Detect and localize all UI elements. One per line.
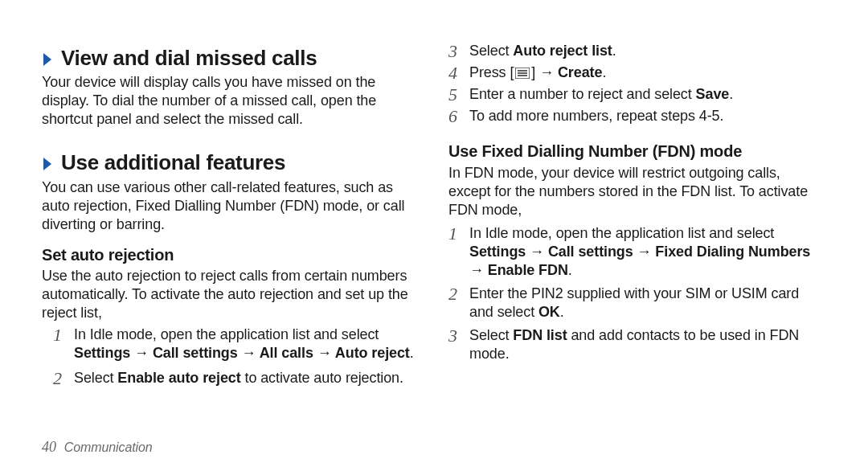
page-number: 40 <box>42 438 56 457</box>
step-4: 4 Press [] → Create. <box>448 63 826 82</box>
step-6: 6 To add more numbers, repeat steps 4-5. <box>448 107 826 125</box>
page-footer: 40 Communication <box>42 438 153 457</box>
step-1: 1 In Idle mode, open the application lis… <box>53 326 420 362</box>
step-number: 4 <box>448 63 469 82</box>
step-body: Enter a number to reject and select Save… <box>469 85 826 104</box>
step-number: 6 <box>448 107 469 125</box>
step-body: In Idle mode, open the application list … <box>74 326 420 362</box>
step-number: 2 <box>53 369 74 387</box>
step-body: Enter the PIN2 supplied with your SIM or… <box>469 285 826 322</box>
step-3: 3 Select Auto reject list. <box>448 42 826 60</box>
fdn-step-1: 1 In Idle mode, open the application lis… <box>448 224 826 280</box>
step-body: Select Enable auto reject to activate au… <box>74 369 420 387</box>
heading-text: Use additional features <box>61 149 285 176</box>
paragraph-additional-features: You can use various other call-related f… <box>42 178 420 234</box>
step-number: 3 <box>448 42 469 60</box>
heading-view-missed: View and dial missed calls <box>42 45 420 72</box>
paragraph-view-missed: Your device will display calls you have … <box>42 73 420 129</box>
step-body: To add more numbers, repeat steps 4-5. <box>469 107 826 125</box>
manual-page: View and dial missed calls Your device w… <box>0 0 868 471</box>
left-column: View and dial missed calls Your device w… <box>42 39 420 388</box>
heading-text: View and dial missed calls <box>61 45 317 72</box>
right-column: 3 Select Auto reject list. 4 Press [] → … <box>448 39 826 388</box>
heading-additional-features: Use additional features <box>42 149 420 176</box>
section-label: Communication <box>64 440 153 456</box>
menu-icon <box>515 68 530 79</box>
step-number: 1 <box>448 224 469 280</box>
paragraph-fdn: In FDN mode, your device will restrict o… <box>448 164 826 219</box>
chevron-right-icon <box>42 156 55 172</box>
step-body: In Idle mode, open the application list … <box>469 224 826 280</box>
step-body: Select FDN list and add contacts to be u… <box>469 326 826 363</box>
step-number: 2 <box>448 285 469 322</box>
subheading-fdn: Use Fixed Dialling Number (FDN) mode <box>448 141 826 162</box>
paragraph-auto-rejection: Use the auto rejection to reject calls f… <box>42 267 420 322</box>
chevron-right-icon <box>42 51 55 68</box>
step-5: 5 Enter a number to reject and select Sa… <box>448 85 826 104</box>
fdn-step-3: 3 Select FDN list and add contacts to be… <box>448 326 826 363</box>
step-number: 5 <box>448 85 469 104</box>
step-2: 2 Select Enable auto reject to activate … <box>53 369 420 387</box>
step-number: 3 <box>448 326 469 363</box>
fdn-step-2: 2 Enter the PIN2 supplied with your SIM … <box>448 285 826 322</box>
auto-reject-steps: 1 In Idle mode, open the application lis… <box>42 326 420 387</box>
subheading-auto-rejection: Set auto rejection <box>42 245 420 266</box>
two-column-layout: View and dial missed calls Your device w… <box>42 39 826 388</box>
step-number: 1 <box>53 326 74 362</box>
step-body: Press [] → Create. <box>469 63 826 82</box>
step-body: Select Auto reject list. <box>469 42 826 60</box>
